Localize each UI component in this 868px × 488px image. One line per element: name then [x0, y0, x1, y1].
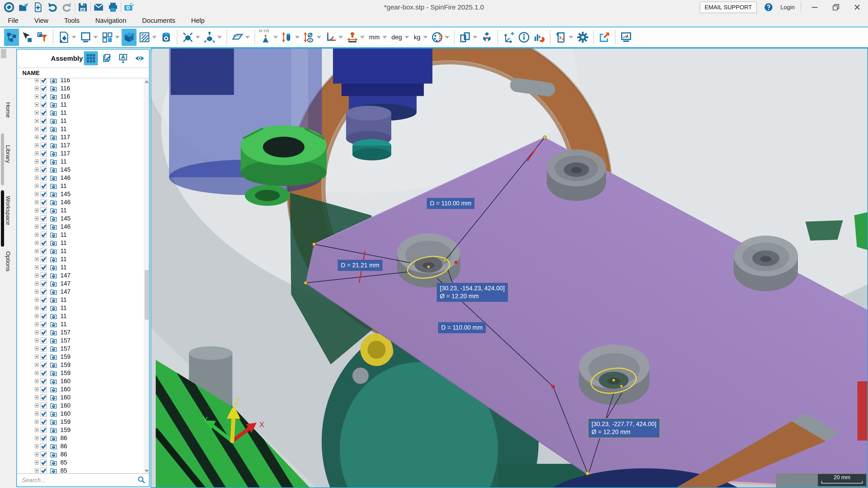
tree-row[interactable]: 160: [17, 385, 144, 393]
dropdown-arrow-icon[interactable]: [317, 36, 321, 39]
dropdown-arrow-icon[interactable]: [405, 36, 409, 39]
expand-icon[interactable]: [35, 387, 39, 392]
tree-row[interactable]: 11: [17, 206, 144, 215]
tree-row[interactable]: 11: [17, 247, 144, 255]
dropdown-arrow-icon[interactable]: [93, 36, 98, 39]
dimension-label-1[interactable]: D = 110.00 mm: [427, 198, 474, 209]
snapshot-button[interactable]: [122, 0, 135, 14]
scrollbar-thumb[interactable]: [145, 270, 149, 320]
menu-view[interactable]: View: [34, 17, 49, 24]
tree-scrollbar[interactable]: [144, 78, 149, 474]
expand-icon[interactable]: [35, 102, 39, 107]
render-mode-button[interactable]: [122, 29, 136, 46]
tree-row[interactable]: 157: [17, 345, 144, 353]
tree-row[interactable]: 117: [17, 141, 144, 149]
tree-row[interactable]: 146: [17, 223, 144, 231]
visibility-checkbox[interactable]: [40, 85, 47, 92]
dropdown-arrow-icon[interactable]: [245, 36, 250, 39]
visibility-checkbox[interactable]: [40, 126, 47, 132]
filter-button[interactable]: [35, 29, 50, 46]
visibility-checkbox[interactable]: [40, 435, 47, 442]
visibility-checkbox[interactable]: [40, 329, 47, 336]
appearance-button[interactable]: [57, 29, 78, 46]
redo-button[interactable]: [60, 0, 74, 14]
expand-icon[interactable]: [35, 330, 39, 335]
expand-icon[interactable]: [35, 192, 39, 196]
expand-icon[interactable]: [35, 412, 39, 416]
tree-row[interactable]: 86: [17, 450, 144, 458]
3d-scene[interactable]: Z Y X: [151, 48, 868, 488]
visibility-checkbox[interactable]: [40, 248, 47, 254]
close-button[interactable]: [849, 0, 865, 14]
expand-icon[interactable]: [35, 281, 39, 286]
tree-row[interactable]: 11: [17, 101, 144, 109]
tree-row[interactable]: 11: [17, 320, 144, 328]
visibility-checkbox[interactable]: [40, 410, 47, 417]
dropdown-arrow-icon[interactable]: [423, 36, 428, 39]
annotation-button[interactable]: [116, 51, 130, 65]
save-button[interactable]: [76, 0, 90, 14]
visibility-checkbox[interactable]: [40, 78, 47, 84]
expand-icon[interactable]: [35, 355, 39, 359]
tree-row[interactable]: 146: [17, 198, 144, 206]
tree-row[interactable]: 146: [17, 174, 144, 182]
tree-row[interactable]: 145: [17, 166, 144, 174]
expand-icon[interactable]: [35, 110, 39, 115]
bolt-knob-3[interactable]: [734, 236, 798, 291]
menu-documents[interactable]: Documents: [142, 17, 176, 24]
dimension-label-3[interactable]: D = 110.00 mm: [438, 322, 486, 333]
tree-row[interactable]: 159: [17, 418, 144, 426]
visibility-checkbox[interactable]: [40, 183, 47, 189]
script-button[interactable]: [554, 29, 575, 46]
stats-button[interactable]: [532, 29, 547, 46]
material-button[interactable]: [159, 29, 174, 46]
material-sphere-button[interactable]: [430, 29, 451, 46]
visibility-checkbox[interactable]: [40, 288, 47, 295]
visibility-checkbox[interactable]: [40, 199, 47, 205]
layout-button[interactable]: [100, 29, 121, 46]
visibility-checkbox[interactable]: [40, 239, 47, 246]
tree-row[interactable]: 147: [17, 271, 144, 280]
dropdown-arrow-icon[interactable]: [382, 36, 387, 39]
tree-row[interactable]: 11: [17, 158, 144, 166]
expand-icon[interactable]: [35, 216, 39, 221]
menu-navigation[interactable]: Navigation: [95, 17, 126, 24]
visibility-checkbox[interactable]: [40, 304, 47, 311]
expand-icon[interactable]: [35, 78, 39, 83]
tree-row[interactable]: 11: [17, 296, 144, 304]
tree-row[interactable]: 159: [17, 426, 144, 434]
tree-row[interactable]: 160: [17, 410, 144, 418]
expand-icon[interactable]: [35, 420, 39, 424]
explode-parts-button[interactable]: [479, 29, 494, 46]
expand-icon[interactable]: [35, 273, 39, 278]
diameter-measure-button[interactable]: [302, 29, 323, 46]
expand-icon[interactable]: [35, 297, 39, 302]
tree-row[interactable]: 160: [17, 393, 144, 401]
tree-row[interactable]: 11: [17, 263, 144, 271]
email-support-button[interactable]: EMAIL SUPPORT: [700, 2, 757, 13]
tree-row[interactable]: 117: [17, 149, 144, 158]
tree-row[interactable]: 11: [17, 239, 144, 247]
expand-icon[interactable]: [35, 444, 39, 449]
expand-icon[interactable]: [35, 363, 39, 367]
expand-icon[interactable]: [35, 240, 39, 245]
coordinate-label-2[interactable]: [30.23, -227.77, 424.00] Ø = 12.20 mm: [588, 418, 660, 438]
dropdown-arrow-icon[interactable]: [569, 36, 573, 39]
side-tab-workspace[interactable]: Workspace: [4, 196, 11, 246]
distance-measure-button[interactable]: [345, 29, 366, 46]
dropdown-arrow-icon[interactable]: [473, 36, 477, 39]
visibility-checkbox[interactable]: [40, 353, 47, 360]
search-input[interactable]: [22, 477, 137, 484]
axis-button[interactable]: [501, 29, 516, 46]
tree-row[interactable]: 145: [17, 190, 144, 198]
auto-plane-button[interactable]: Auto: [230, 29, 251, 46]
visibility-checkbox[interactable]: [40, 459, 47, 466]
expand-icon[interactable]: [35, 403, 39, 408]
dropdown-arrow-icon[interactable]: [445, 36, 450, 39]
tree-row[interactable]: 116: [17, 84, 144, 92]
tree-row[interactable]: 116: [17, 78, 144, 84]
expand-icon[interactable]: [35, 135, 39, 139]
tree-row[interactable]: 159: [17, 369, 144, 377]
visibility-checkbox[interactable]: [40, 296, 47, 303]
expand-icon[interactable]: [35, 452, 39, 457]
